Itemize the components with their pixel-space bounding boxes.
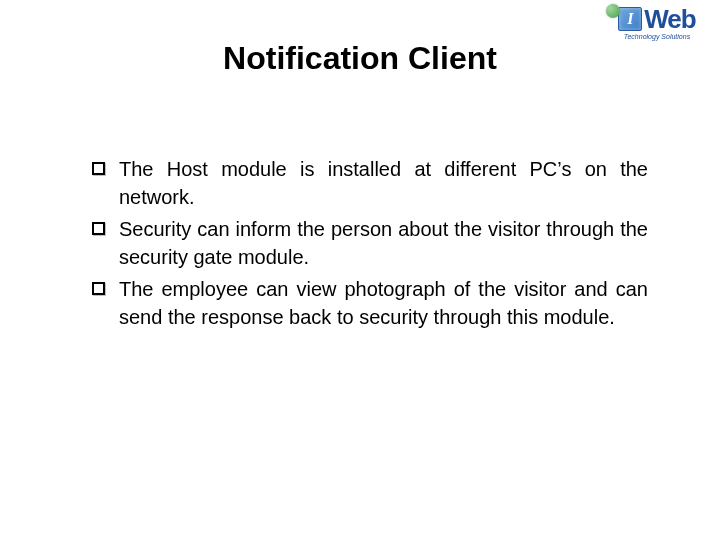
page-title: Notification Client (0, 40, 720, 77)
square-bullet-icon (92, 222, 105, 235)
list-item: The Host module is installed at differen… (92, 155, 648, 211)
logo-letter-icon: I (618, 7, 642, 31)
brand-logo: I Web Technology Solutions (602, 4, 712, 40)
list-item: The employee can view photograph of the … (92, 275, 648, 331)
bullet-text: The Host module is installed at differen… (119, 155, 648, 211)
slide: I Web Technology Solutions Notification … (0, 0, 720, 540)
square-bullet-icon (92, 162, 105, 175)
list-item: Security can inform the person about the… (92, 215, 648, 271)
bullet-list: The Host module is installed at differen… (92, 155, 648, 335)
bullet-text: Security can inform the person about the… (119, 215, 648, 271)
bullet-text: The employee can view photograph of the … (119, 275, 648, 331)
logo-word: Web (644, 6, 695, 32)
globe-icon (606, 4, 620, 18)
logo-tagline: Technology Solutions (602, 33, 712, 40)
square-bullet-icon (92, 282, 105, 295)
